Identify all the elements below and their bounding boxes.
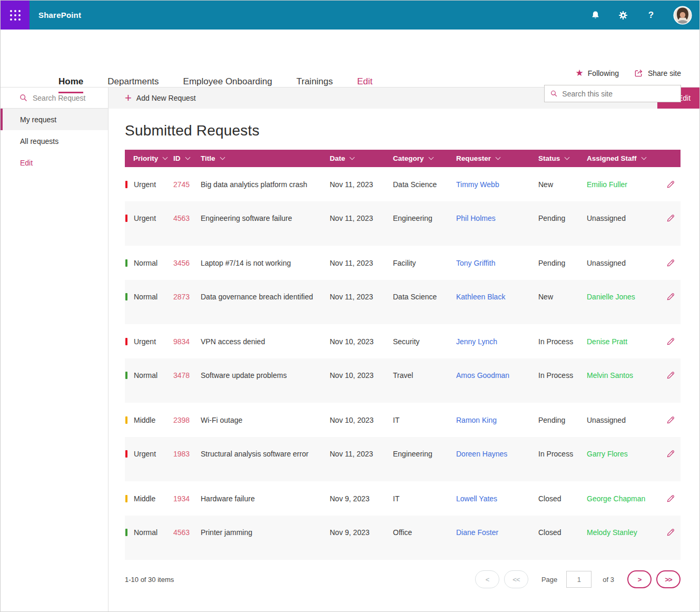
priority-indicator xyxy=(125,293,127,300)
settings-button[interactable] xyxy=(615,7,631,23)
site-search-input[interactable] xyxy=(562,90,675,98)
column-header-id[interactable]: ID xyxy=(173,154,201,162)
column-header-requester[interactable]: Requester xyxy=(456,154,538,162)
table-row[interactable]: Urgent 2745 Big data analytics platform … xyxy=(125,167,681,201)
priority-indicator xyxy=(125,181,127,188)
sidebar-item-my-request[interactable]: My request xyxy=(1,109,108,130)
priority-cell: Middle xyxy=(125,415,173,425)
request-title: Laptop #7/14 is not working xyxy=(201,258,330,268)
column-header-assigned-staff[interactable]: Assigned Staff xyxy=(587,154,660,162)
nav-tab-departments[interactable]: Departments xyxy=(107,76,159,93)
request-status: New xyxy=(538,292,587,302)
request-status: Closed xyxy=(538,493,587,504)
sidebar-items: My requestAll requestsEdit xyxy=(1,109,108,173)
notifications-button[interactable] xyxy=(587,7,603,23)
edit-row-button[interactable] xyxy=(660,258,681,268)
add-new-request-button[interactable]: + Add New Request xyxy=(125,93,196,103)
star-icon: ★ xyxy=(576,69,584,77)
request-status: In Process xyxy=(538,336,587,347)
requester-link[interactable]: Diane Foster xyxy=(456,527,538,538)
last-page-button[interactable]: >> xyxy=(656,570,681,588)
site-header: HomeDepartmentsEmployee OnboardingTraini… xyxy=(1,30,699,87)
request-id: 2398 xyxy=(173,415,201,425)
requester-link[interactable]: Doreen Haynes xyxy=(456,449,538,459)
priority-indicator xyxy=(125,450,127,458)
sidebar-item-all-requests[interactable]: All requests xyxy=(1,130,108,152)
request-date: Nov 11, 2023 xyxy=(330,179,393,190)
requester-link[interactable]: Phil Holmes xyxy=(456,213,538,224)
nav-tab-employee-onboarding[interactable]: Employee Onboarding xyxy=(183,76,272,93)
edit-row-button[interactable] xyxy=(660,370,681,380)
requester-link[interactable]: Kathleen Black xyxy=(456,292,538,302)
sidebar-item-edit[interactable]: Edit xyxy=(1,152,108,173)
edit-row-button[interactable] xyxy=(660,292,681,302)
requester-link[interactable]: Timmy Webb xyxy=(456,179,538,190)
user-avatar[interactable] xyxy=(673,6,692,25)
column-header-priority[interactable]: Priority xyxy=(125,154,173,162)
table-row[interactable]: Urgent 4563 Engineering software failure… xyxy=(125,201,681,246)
column-header-status[interactable]: Status xyxy=(538,154,587,162)
priority-label: Urgent xyxy=(134,179,156,190)
page-title: Submitted Requests xyxy=(125,122,681,139)
column-header-date[interactable]: Date xyxy=(330,154,393,162)
edit-row-button[interactable] xyxy=(660,449,681,459)
column-label: Category xyxy=(393,154,424,162)
request-title: Wi-Fi outage xyxy=(201,415,330,425)
nav-tab-edit[interactable]: Edit xyxy=(357,76,372,93)
edit-row-button[interactable] xyxy=(660,213,681,223)
edit-row-button[interactable] xyxy=(660,179,681,189)
first-page-button[interactable]: << xyxy=(504,570,528,588)
share-site-button[interactable]: Share site xyxy=(634,68,681,78)
table-row[interactable]: Normal 3456 Laptop #7/14 is not working … xyxy=(125,246,681,280)
requester-link[interactable]: Jenny Lynch xyxy=(456,336,538,347)
priority-cell: Urgent xyxy=(125,213,173,224)
request-status: In Process xyxy=(538,370,587,381)
sidebar-search-input[interactable] xyxy=(33,94,101,102)
priority-cell: Normal xyxy=(125,370,173,381)
table-row[interactable]: Urgent 1983 Structural analysis software… xyxy=(125,437,681,481)
table-row[interactable]: Normal 3478 Software update problems Nov… xyxy=(125,358,681,403)
priority-cell: Urgent xyxy=(125,179,173,190)
priority-cell: Middle xyxy=(125,493,173,504)
edit-row-button[interactable] xyxy=(660,493,681,503)
column-label: Priority xyxy=(133,154,158,162)
edit-row-button[interactable] xyxy=(660,336,681,346)
sidebar: My requestAll requestsEdit xyxy=(1,88,109,611)
requester-link[interactable]: Amos Goodman xyxy=(456,370,538,381)
table-row[interactable]: Middle 1934 Hardware failure Nov 9, 2023… xyxy=(125,481,681,516)
assigned-staff: Melody Stanley xyxy=(587,527,660,538)
gear-icon xyxy=(618,10,628,21)
requester-link[interactable]: Ramon King xyxy=(456,415,538,425)
table-row[interactable]: Middle 2398 Wi-Fi outage Nov 10, 2023 IT… xyxy=(125,403,681,437)
nav-tab-trainings[interactable]: Trainings xyxy=(297,76,333,93)
edit-row-button[interactable] xyxy=(660,527,681,537)
site-search-box[interactable] xyxy=(544,85,681,102)
column-label: Requester xyxy=(456,154,491,162)
requester-link[interactable]: Lowell Yates xyxy=(456,493,538,504)
assigned-staff: Melvin Santos xyxy=(587,370,660,381)
plus-icon: + xyxy=(125,93,132,103)
page-number-input[interactable] xyxy=(566,571,591,588)
table-row[interactable]: Urgent 9834 VPN access denied Nov 10, 20… xyxy=(125,324,681,358)
previous-page-button[interactable]: < xyxy=(475,570,499,588)
request-date: Nov 11, 2023 xyxy=(330,292,393,302)
request-title: Structural analysis software error xyxy=(201,449,330,459)
following-button[interactable]: ★ Following xyxy=(576,69,619,77)
help-button[interactable]: ? xyxy=(643,7,659,23)
requester-link[interactable]: Tony Griffith xyxy=(456,258,538,268)
table-row[interactable]: Normal 2873 Data governance breach ident… xyxy=(125,280,681,324)
column-label: Status xyxy=(538,154,560,162)
priority-cell: Urgent xyxy=(125,449,173,459)
add-new-request-label: Add New Request xyxy=(136,94,196,102)
table-row[interactable]: Normal 4563 Printer jamming Nov 9, 2023 … xyxy=(125,516,681,560)
request-status: Pending xyxy=(538,213,587,224)
edit-row-button[interactable] xyxy=(660,415,681,425)
assigned-staff: Unassigned xyxy=(587,258,660,268)
app-launcher-button[interactable] xyxy=(1,1,29,30)
next-page-button[interactable]: > xyxy=(627,570,652,588)
priority-label: Urgent xyxy=(134,449,156,459)
column-header-category[interactable]: Category xyxy=(393,154,456,162)
column-header-title[interactable]: Title xyxy=(201,154,330,162)
nav-tab-home[interactable]: Home xyxy=(58,76,83,93)
pencil-icon xyxy=(666,449,676,459)
